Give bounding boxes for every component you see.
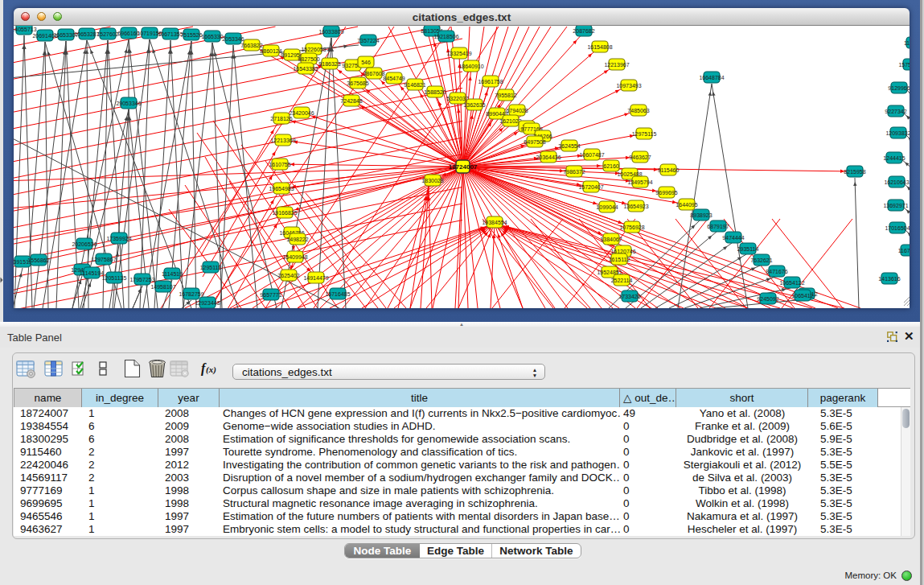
svg-text:2935114: 2935114 xyxy=(737,246,759,252)
svg-text:1830028: 1830028 xyxy=(421,178,443,183)
svg-text:18724007: 18724007 xyxy=(449,163,478,171)
svg-text:16210643: 16210643 xyxy=(884,179,909,185)
svg-text:7986372: 7986372 xyxy=(563,169,585,175)
svg-text:9827500: 9827500 xyxy=(298,56,319,62)
svg-text:15226058: 15226058 xyxy=(301,47,326,52)
svg-text:1413616: 1413616 xyxy=(878,276,900,282)
svg-text:9463627: 9463627 xyxy=(629,154,651,160)
svg-text:16033809: 16033809 xyxy=(318,29,343,35)
svg-text:9699695: 9699695 xyxy=(655,190,677,196)
svg-text:12975867: 12975867 xyxy=(91,257,116,262)
svg-text:8186323: 8186323 xyxy=(318,61,340,67)
svg-text:13654923: 13654923 xyxy=(623,204,648,209)
svg-text:2867608: 2867608 xyxy=(363,71,384,76)
svg-text:6879197: 6879197 xyxy=(707,224,729,229)
svg-text:1615112: 1615112 xyxy=(609,257,630,262)
svg-text:9115460: 9115460 xyxy=(658,167,680,173)
svg-text:1114519: 1114519 xyxy=(162,271,183,277)
svg-text:10654122: 10654122 xyxy=(779,280,804,286)
svg-text:9245092: 9245092 xyxy=(757,296,778,302)
svg-text:7663822: 7663822 xyxy=(240,43,262,48)
svg-text:1588520: 1588520 xyxy=(424,89,446,95)
svg-text:1295113: 1295113 xyxy=(200,265,222,270)
svg-text:1621022: 1621022 xyxy=(499,118,521,124)
svg-text:29053346: 29053346 xyxy=(116,101,141,106)
svg-text:9474444: 9474444 xyxy=(722,235,744,241)
svg-text:7357224: 7357224 xyxy=(357,38,379,43)
svg-text:10653287: 10653287 xyxy=(74,31,99,37)
svg-text:17016504: 17016504 xyxy=(885,225,910,231)
svg-text:1362635: 1362635 xyxy=(463,102,485,108)
svg-text:12051135: 12051135 xyxy=(102,275,127,281)
svg-text:16961758: 16961758 xyxy=(478,79,503,84)
svg-text:1099044: 1099044 xyxy=(596,204,618,210)
svg-text:20206536: 20206536 xyxy=(72,241,97,247)
svg-text:9227342: 9227342 xyxy=(885,109,906,114)
svg-text:8454749: 8454749 xyxy=(383,76,405,81)
svg-text:14055713: 14055713 xyxy=(14,27,37,32)
svg-text:9146821: 9146821 xyxy=(404,82,425,88)
svg-text:5322037: 5322037 xyxy=(446,96,468,101)
svg-text:16782759: 16782759 xyxy=(179,291,203,297)
svg-text:7955812: 7955812 xyxy=(495,93,516,98)
svg-text:2718126: 2718126 xyxy=(270,116,292,122)
svg-text:1384067: 1384067 xyxy=(600,237,622,242)
svg-text:19166825: 19166825 xyxy=(272,210,297,216)
svg-text:16648784: 16648784 xyxy=(699,75,724,80)
svg-text:1733426: 1733426 xyxy=(618,294,640,299)
svg-text:12923448: 12923448 xyxy=(195,300,220,306)
svg-text:3675685: 3675685 xyxy=(347,80,368,86)
svg-text:10607487: 10607487 xyxy=(579,152,604,158)
svg-text:14914479: 14914479 xyxy=(303,275,328,281)
svg-text:13692971: 13692971 xyxy=(883,203,908,208)
svg-text:1112643: 1112643 xyxy=(904,40,910,46)
svg-text:23420046: 23420046 xyxy=(289,110,314,116)
svg-text:1167533: 1167533 xyxy=(898,248,910,253)
svg-text:6497508: 6497508 xyxy=(524,139,545,145)
svg-text:3624554: 3624554 xyxy=(558,143,580,149)
svg-text:19654983: 19654983 xyxy=(269,186,294,192)
svg-text:18640910: 18640910 xyxy=(458,64,483,69)
svg-text:9129966: 9129966 xyxy=(888,85,910,91)
svg-text:62160: 62160 xyxy=(603,163,619,169)
svg-text:10756928: 10756928 xyxy=(619,225,644,230)
svg-text:10973493: 10973493 xyxy=(616,83,641,89)
svg-text:7515526: 7515526 xyxy=(180,32,202,38)
svg-text:1527602: 1527602 xyxy=(97,31,118,37)
svg-text:13325419: 13325419 xyxy=(446,51,471,56)
svg-text:546: 546 xyxy=(361,60,371,65)
svg-text:17957253: 17957253 xyxy=(129,277,154,282)
svg-text:10671355: 10671355 xyxy=(158,31,183,37)
svg-text:2053346: 2053346 xyxy=(222,36,244,42)
svg-text:15720407: 15720407 xyxy=(578,184,603,190)
svg-text:8215958: 8215958 xyxy=(844,169,865,175)
svg-text:7625402: 7625402 xyxy=(277,273,299,278)
svg-text:15716485: 15716485 xyxy=(325,291,350,297)
svg-text:12093832: 12093832 xyxy=(885,130,910,136)
svg-text:1644095: 1644095 xyxy=(676,202,697,208)
svg-text:9657771: 9657771 xyxy=(260,292,281,298)
svg-text:1610755: 1610755 xyxy=(269,162,290,167)
svg-text:12213369: 12213369 xyxy=(270,138,295,143)
svg-text:16154808: 16154808 xyxy=(587,44,612,50)
svg-text:(x): (x) xyxy=(206,365,216,375)
svg-text:19218506: 19218506 xyxy=(433,34,458,39)
svg-text:2522114: 2522114 xyxy=(611,278,633,283)
svg-text:13495794: 13495794 xyxy=(627,179,652,185)
svg-text:17359924: 17359924 xyxy=(106,236,131,241)
svg-text:14958107: 14958107 xyxy=(150,284,175,290)
svg-text:15751074: 15751074 xyxy=(898,62,910,68)
svg-text:12975115: 12975115 xyxy=(632,131,657,137)
svg-text:7242848: 7242848 xyxy=(340,98,362,104)
svg-text:1498222: 1498222 xyxy=(286,237,308,242)
svg-text:15409948: 15409948 xyxy=(282,254,307,260)
svg-text:12213967: 12213967 xyxy=(604,62,629,68)
svg-text:16543382: 16543382 xyxy=(293,66,318,72)
svg-text:7485063: 7485063 xyxy=(627,108,649,113)
svg-text:7632621: 7632621 xyxy=(750,257,772,263)
svg-text:1665330: 1665330 xyxy=(201,34,223,39)
svg-text:1556862: 1556862 xyxy=(27,257,49,263)
svg-text:1244415: 1244415 xyxy=(883,155,905,161)
svg-text:11145194: 11145194 xyxy=(80,270,104,276)
svg-text:1065412: 1065412 xyxy=(791,293,813,299)
